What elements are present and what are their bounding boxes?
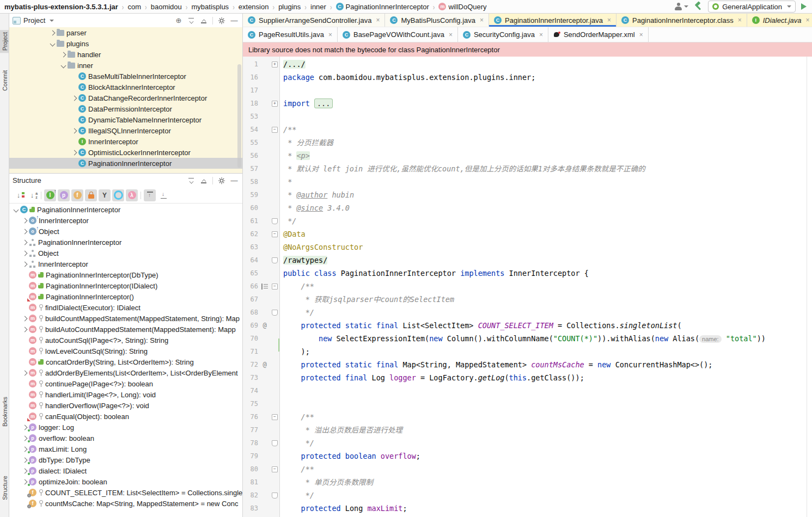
close-tab-icon[interactable]: × <box>539 31 543 39</box>
close-tab-icon[interactable]: × <box>480 16 484 24</box>
breadcrumb-item[interactable]: baomidou <box>150 2 183 11</box>
code-text[interactable]: */ <box>279 306 314 319</box>
expand-arrow-icon[interactable] <box>20 458 29 462</box>
sort-alphabetically-button[interactable]: ↓az <box>26 189 38 201</box>
fold-end-icon[interactable] <box>272 493 278 498</box>
structure-item[interactable]: mhandlerLimit(IPage<?>, Long): void <box>9 389 242 400</box>
fold-collapse-icon[interactable]: − <box>272 414 278 420</box>
fold-expand-icon[interactable]: + <box>272 101 278 107</box>
project-tree-item[interactable]: plugins <box>9 38 242 49</box>
code-text[interactable]: * <box>279 175 292 188</box>
project-tree-item[interactable]: parser <box>9 27 242 38</box>
breadcrumb-item[interactable]: mybatisplus <box>190 2 230 11</box>
code-text[interactable]: protected Long maxLimit; <box>279 502 407 515</box>
editor-tab[interactable]: CPaginationInnerInterceptor.class× <box>616 14 747 27</box>
project-tree-item[interactable]: CIllegalSQLInnerInterceptor <box>9 125 242 136</box>
code-text[interactable]: @NoArgsConstructor <box>279 241 363 254</box>
structure-item[interactable]: pmaxLimit: Long <box>9 444 242 454</box>
code-text[interactable]: ); <box>279 345 310 358</box>
fold-end-icon[interactable] <box>272 218 278 224</box>
code-editor[interactable]: 1+/.../16package com.baomidou.mybatisplu… <box>243 57 812 517</box>
breadcrumb-item[interactable]: inner <box>309 2 327 11</box>
annotation-gutter-icon[interactable]: @ <box>262 361 266 368</box>
collapse-arrow-icon[interactable] <box>59 64 68 67</box>
sort-by-visibility-button[interactable]: ↓ <box>13 189 25 201</box>
code-text[interactable]: /.../ <box>279 58 306 71</box>
expand-arrow-icon[interactable] <box>20 251 29 255</box>
bookmark-icon[interactable] <box>261 284 268 290</box>
project-tree-item[interactable]: IInnerInterceptor <box>9 136 242 147</box>
structure-item[interactable]: pdialect: IDialect <box>9 465 242 476</box>
structure-item[interactable]: mcanEqual(Object): boolean <box>9 411 242 422</box>
close-tab-icon[interactable]: × <box>376 16 380 24</box>
project-tree-item[interactable]: CDataPermissionInterceptor <box>9 103 242 114</box>
structure-item[interactable]: o↑Object <box>9 226 242 237</box>
collapse-all-icon[interactable] <box>199 176 209 186</box>
close-tab-icon[interactable]: × <box>607 16 611 24</box>
show-interfaces-button[interactable] <box>112 189 124 201</box>
breadcrumb-item[interactable]: mwillDoQuery <box>437 2 487 11</box>
code-text[interactable]: protected static final List<SelectItem> … <box>279 319 682 332</box>
close-tab-icon[interactable]: × <box>738 16 742 24</box>
project-tree-item[interactable]: handler <box>9 49 242 60</box>
code-text[interactable]: */ <box>279 214 296 227</box>
settings-gear-icon[interactable] <box>217 16 227 26</box>
build-hammer-icon[interactable] <box>694 2 703 11</box>
close-tab-icon[interactable]: × <box>449 31 453 39</box>
tool-stripe-structure[interactable]: Structure <box>0 473 9 502</box>
structure-item[interactable]: poptimizeJoin: boolean <box>9 476 242 487</box>
project-tree-item[interactable]: inner <box>9 60 242 71</box>
project-tree-item[interactable]: CBaseMultiTableInnerInterceptor <box>9 71 242 82</box>
tool-stripe-bookmarks[interactable]: Bookmarks <box>0 395 9 429</box>
hide-panel-icon[interactable]: — <box>229 16 239 26</box>
breadcrumb-item[interactable]: extension <box>237 2 270 11</box>
code-text[interactable]: */ <box>279 489 314 502</box>
structure-item[interactable]: mconcatOrderBy(String, List<OrderItem>):… <box>9 356 242 367</box>
expand-arrow-icon[interactable] <box>20 426 29 429</box>
code-text[interactable]: package com.baomidou.mybatisplus.extensi… <box>279 71 535 84</box>
structure-item[interactable]: mhandlerOverflow(IPage<?>): void <box>9 400 242 411</box>
run-button[interactable] <box>801 3 807 10</box>
show-non-public-button[interactable] <box>85 189 97 201</box>
structure-item[interactable]: o↑InnerInterceptor <box>9 215 242 226</box>
structure-item[interactable]: mbuildAutoCountMappedStatement(MappedSta… <box>9 324 242 335</box>
code-text[interactable]: * 分页拦截器 <box>279 136 333 149</box>
expand-arrow-icon[interactable] <box>20 317 29 321</box>
breadcrumb-item[interactable]: CPaginationInnerInterceptor <box>335 2 430 11</box>
show-lambdas-button[interactable]: λ <box>126 189 138 201</box>
fold-collapse-icon[interactable]: − <box>272 127 278 133</box>
structure-item[interactable]: mbuildCountMappedStatement(MappedStateme… <box>9 313 242 324</box>
code-text[interactable]: * @since 3.4.0 <box>279 201 350 214</box>
fold-expand-icon[interactable]: + <box>272 61 278 67</box>
expand-arrow-icon[interactable] <box>20 328 29 331</box>
structure-item[interactable]: mfindIDialect(Executor): IDialect <box>9 302 242 313</box>
user-profile-icon[interactable] <box>674 3 688 11</box>
tool-stripe-commit[interactable]: Commit <box>0 68 9 93</box>
breadcrumb-item[interactable]: mybatis-plus-extension-3.5.3.1.jar <box>3 2 119 11</box>
code-text[interactable]: * 单页分页条数限制 <box>279 476 373 489</box>
code-text[interactable]: * @author hubin <box>279 188 354 201</box>
code-text[interactable]: new SelectExpressionItem(new Column().wi… <box>279 332 766 345</box>
code-text[interactable]: protected final Log logger = LogFactory.… <box>279 371 584 384</box>
structure-item[interactable]: PaginationInnerInterceptor <box>9 237 242 248</box>
fold-collapse-icon[interactable]: − <box>272 466 278 472</box>
expand-arrow-icon[interactable] <box>20 436 29 440</box>
code-text[interactable]: /rawtypes/ <box>279 254 327 267</box>
code-text[interactable]: /** <box>279 463 314 476</box>
structure-item[interactable]: mPaginationInnerInterceptor(DbType) <box>9 269 242 280</box>
code-text[interactable]: * <p> <box>279 149 310 162</box>
code-text[interactable]: import ... <box>279 97 333 110</box>
tool-stripe-project[interactable]: Project <box>0 30 9 53</box>
code-text[interactable]: * 默认对 left join 进行优化,虽然能优化count,但是加上分页的话… <box>279 162 645 175</box>
expand-arrow-icon[interactable] <box>70 129 78 133</box>
editor-tab[interactable]: CMyBatisPlusConfig.java× <box>385 14 489 27</box>
code-text[interactable]: * 溢出总页数后是否进行处理 <box>279 423 402 436</box>
expand-arrow-icon[interactable] <box>20 447 29 451</box>
close-tab-icon[interactable]: × <box>806 16 810 24</box>
expand-arrow-icon[interactable] <box>20 230 29 233</box>
code-text[interactable]: protected static final Map<String, Mappe… <box>279 358 712 371</box>
structure-item[interactable]: mPaginationInnerInterceptor() <box>9 291 242 302</box>
expand-all-icon[interactable] <box>186 176 196 186</box>
project-tree-item[interactable]: COptimisticLockerInnerInterceptor <box>9 147 242 158</box>
expand-arrow-icon[interactable] <box>20 469 29 473</box>
